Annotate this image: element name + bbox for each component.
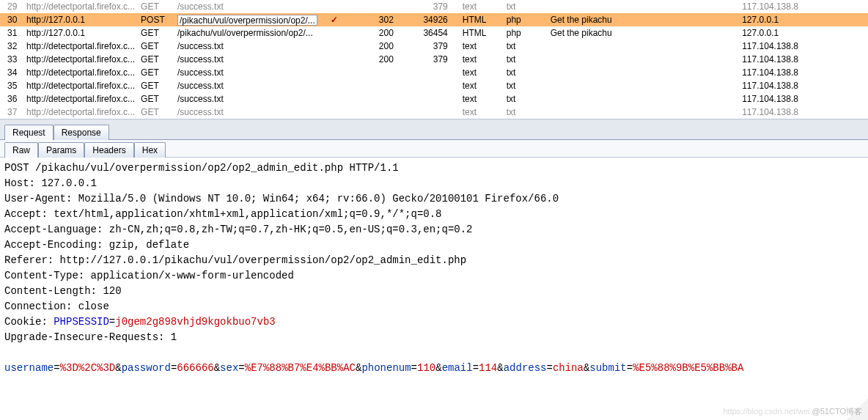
tab-hex[interactable]: Hex	[134, 142, 166, 158]
table-row[interactable]: 29http://detectportal.firefox.c...GET/su…	[0, 0, 868, 13]
table-row[interactable]: 37http://detectportal.firefox.c...GET/su…	[0, 106, 868, 119]
watermark: https://blog.csdn.net/wei @51CTO博客	[723, 406, 862, 417]
tab-params[interactable]: Params	[38, 142, 84, 158]
table-row[interactable]: 31http://127.0.0.1GET/pikachu/vul/overpe…	[0, 26, 868, 40]
tab-request[interactable]: Request	[4, 125, 54, 140]
raw-request[interactable]: POST /pikachu/vul/overpermission/op2/op2…	[0, 158, 868, 379]
sub-tabs: Raw Params Headers Hex	[0, 140, 868, 158]
proxy-history-table: 29http://detectportal.firefox.c...GET/su…	[0, 0, 868, 119]
table-row[interactable]: 33http://detectportal.firefox.c...GET/su…	[0, 53, 868, 66]
table-row[interactable]: 32http://detectportal.firefox.c...GET/su…	[0, 40, 868, 53]
tab-response[interactable]: Response	[54, 125, 109, 140]
tab-headers[interactable]: Headers	[84, 142, 133, 158]
main-tabs: Request Response	[0, 122, 868, 140]
tab-raw[interactable]: Raw	[4, 142, 38, 158]
table-row[interactable]: 36http://detectportal.firefox.c...GET/su…	[0, 92, 868, 106]
resize-corner-icon	[846, 398, 868, 420]
table-row[interactable]: 34http://detectportal.firefox.c...GET/su…	[0, 66, 868, 79]
table-row[interactable]: 35http://detectportal.firefox.c...GET/su…	[0, 79, 868, 92]
table-row[interactable]: 30http://127.0.0.1POST/pikachu/vul/overp…	[0, 13, 868, 26]
